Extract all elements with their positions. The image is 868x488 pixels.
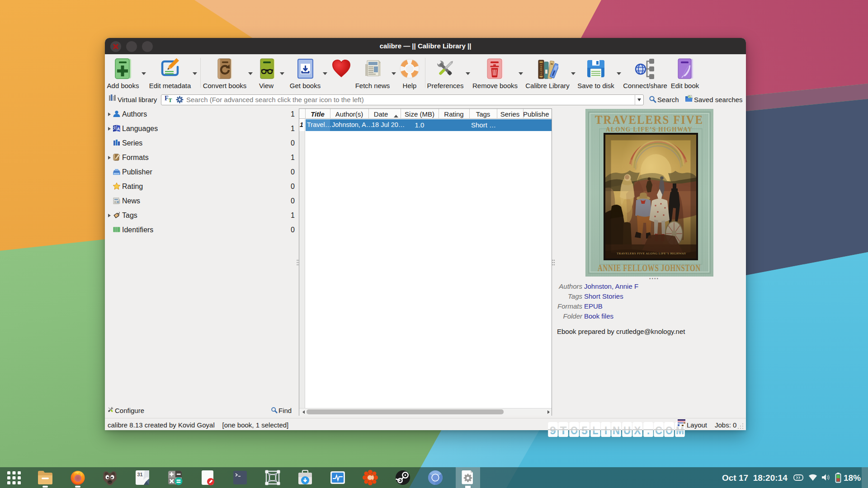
svg-text:文: 文 (113, 126, 117, 130)
svg-text:C: C (655, 424, 662, 436)
svg-text:A: A (117, 127, 120, 131)
svg-text:T: T (560, 424, 567, 436)
svg-text:.: . (647, 424, 650, 436)
svg-text:CALIBRE: CALIBRE (539, 63, 542, 77)
svg-text:TRAVELERS FIVE: TRAVELERS FIVE (595, 113, 703, 127)
svg-text:ALONG LIFE’S HIGHWAY: ALONG LIFE’S HIGHWAY (606, 126, 693, 133)
svg-text:5: 5 (581, 424, 588, 436)
svg-text:31: 31 (137, 472, 143, 477)
svg-text:L: L (592, 424, 598, 436)
svg-text:O: O (571, 424, 578, 436)
svg-text:9: 9 (550, 424, 556, 436)
svg-text:ANNIE FELLOWS JOHNSTON: ANNIE FELLOWS JOHNSTON (598, 262, 701, 273)
svg-text:U: U (623, 424, 631, 436)
svg-text:O: O (665, 424, 673, 436)
svg-text:N: N (613, 424, 620, 436)
svg-text:X: X (634, 424, 641, 436)
svg-text:I: I (604, 424, 607, 436)
svg-text:TRAVELERS FIVE ALONG LIFE’S HI: TRAVELERS FIVE ALONG LIFE’S HIGHWAY (617, 252, 686, 255)
